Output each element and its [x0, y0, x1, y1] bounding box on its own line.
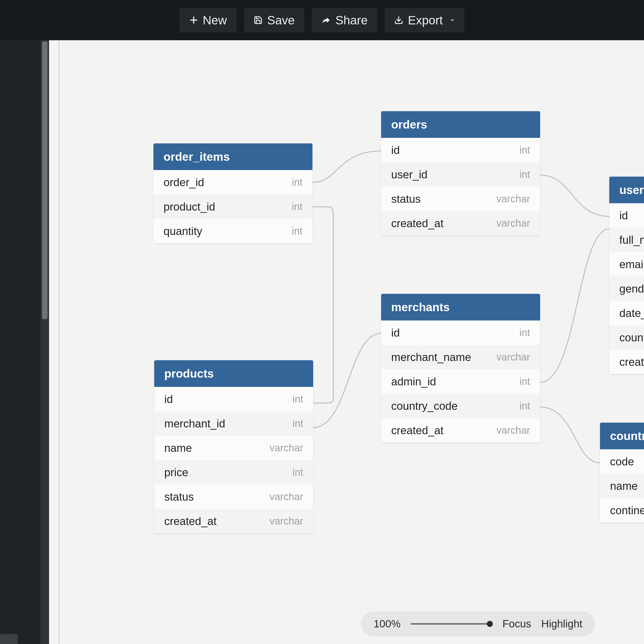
table-row[interactable]: created_atvarchar	[154, 509, 313, 533]
table-title: order_items	[164, 150, 230, 164]
table-row[interactable]: date_of_birthvarchar	[609, 301, 644, 325]
left-scrollbar-thumb[interactable]	[42, 41, 48, 319]
table-row[interactable]: namevarchar	[600, 474, 644, 498]
column-name: continent_name	[610, 504, 644, 517]
column-name: gender	[619, 283, 644, 295]
table-header[interactable]: order_items	[153, 143, 312, 170]
column-type: int	[519, 144, 530, 156]
column-name: created_at	[164, 515, 217, 528]
table-row[interactable]: statusvarchar	[381, 187, 540, 211]
table-row[interactable]: gendervarchar	[609, 276, 644, 301]
column-name: created_at	[391, 217, 444, 230]
zoom-focus-button[interactable]: Focus	[502, 618, 531, 630]
save-icon	[254, 16, 263, 25]
column-type: int	[292, 225, 302, 237]
column-name: email	[619, 258, 644, 271]
table-row[interactable]: admin_idint	[381, 369, 540, 394]
share-button[interactable]: Share	[312, 8, 377, 33]
column-type: varchar	[497, 218, 530, 229]
table-row[interactable]: idint	[154, 387, 313, 411]
column-name: country_code	[391, 400, 458, 412]
plus-icon	[189, 16, 198, 25]
column-name: name	[610, 480, 638, 492]
save-button[interactable]: Save	[244, 8, 304, 33]
table-row[interactable]: country_codeint	[609, 325, 644, 350]
column-type: int	[292, 201, 302, 212]
export-button[interactable]: Export	[385, 8, 464, 33]
column-name: full_name	[619, 234, 644, 246]
column-name: id	[164, 393, 173, 406]
connectors-layer	[49, 40, 644, 644]
column-type: int	[519, 376, 530, 387]
column-type: int	[293, 467, 303, 478]
column-type: varchar	[270, 515, 303, 527]
column-name: merchant_name	[391, 351, 471, 364]
column-name: name	[164, 442, 192, 454]
new-button-label: New	[203, 13, 227, 27]
column-name: price	[164, 466, 188, 479]
column-name: status	[164, 491, 194, 503]
new-button[interactable]: New	[180, 8, 236, 33]
table-row[interactable]: created_atvarchar	[381, 418, 540, 442]
table-title: orders	[391, 118, 427, 131]
column-name: country_code	[619, 331, 644, 344]
zoom-slider-knob[interactable]	[487, 621, 493, 627]
table-row[interactable]: country_codeint	[381, 394, 540, 418]
table-header[interactable]: merchants	[381, 294, 540, 320]
column-type: int	[293, 418, 303, 429]
table-row[interactable]: created_atvarchar	[381, 211, 540, 235]
zoom-highlight-button[interactable]: Highlight	[541, 618, 582, 630]
column-type: int	[519, 327, 530, 338]
diagram-canvas[interactable]: order_items order_idint product_idint qu…	[49, 40, 644, 644]
table-row[interactable]: continent_namevarchar	[600, 498, 644, 522]
table-title: users	[619, 183, 644, 197]
column-type: int	[293, 393, 303, 405]
table-header[interactable]: orders	[381, 111, 540, 138]
table-header[interactable]: users	[609, 177, 644, 203]
table-row[interactable]: statusvarchar	[154, 485, 313, 509]
table-orders[interactable]: orders idint user_idint statusvarchar cr…	[381, 111, 540, 235]
zoom-slider[interactable]	[411, 623, 492, 625]
share-icon	[321, 16, 331, 25]
table-row[interactable]: user_idint	[381, 162, 540, 187]
column-name: created_at	[391, 424, 444, 437]
table-title: merchants	[391, 300, 450, 314]
table-row[interactable]: order_idint	[153, 170, 312, 194]
table-row[interactable]: namevarchar	[154, 436, 313, 460]
column-type: varchar	[497, 425, 530, 436]
download-icon	[394, 16, 403, 25]
table-row[interactable]: idint	[609, 203, 644, 228]
table-row[interactable]: quantityint	[153, 219, 312, 243]
table-users[interactable]: users idint full_namevarchar emailvarcha…	[609, 177, 644, 374]
table-row[interactable]: priceint	[154, 460, 313, 485]
table-countries[interactable]: countries codeint namevarchar continent_…	[600, 423, 644, 522]
left-scrollbar-track[interactable]	[41, 40, 49, 644]
column-name: status	[391, 193, 421, 205]
table-title: products	[164, 367, 214, 380]
export-button-label: Export	[408, 13, 443, 27]
table-header[interactable]: countries	[600, 423, 644, 449]
table-row[interactable]: product_idint	[153, 194, 312, 219]
column-type: varchar	[270, 491, 303, 502]
table-row[interactable]: merchant_idint	[154, 411, 313, 436]
table-row[interactable]: full_namevarchar	[609, 228, 644, 252]
column-type: int	[292, 177, 302, 188]
table-header[interactable]: products	[154, 360, 313, 387]
column-type: int	[519, 169, 530, 180]
table-row[interactable]: codeint	[600, 449, 644, 474]
table-order-items[interactable]: order_items order_idint product_idint qu…	[153, 143, 312, 243]
canvas-divider	[59, 40, 60, 644]
table-products[interactable]: products idint merchant_idint namevarcha…	[154, 360, 313, 533]
side-panel	[0, 40, 49, 644]
column-name: id	[391, 144, 400, 156]
table-row[interactable]: merchant_namevarchar	[381, 345, 540, 369]
table-row[interactable]: emailvarchar	[609, 252, 644, 276]
zoom-percent-label: 100%	[374, 618, 400, 630]
side-panel-footer-block	[0, 634, 18, 644]
column-name: date_of_birth	[619, 307, 644, 319]
table-row[interactable]: idint	[381, 138, 540, 162]
table-merchants[interactable]: merchants idint merchant_namevarchar adm…	[381, 294, 540, 442]
toolbar: New Save Share Export	[0, 0, 644, 40]
table-row[interactable]: idint	[381, 320, 540, 345]
table-row[interactable]: created_atvarchar	[609, 350, 644, 374]
